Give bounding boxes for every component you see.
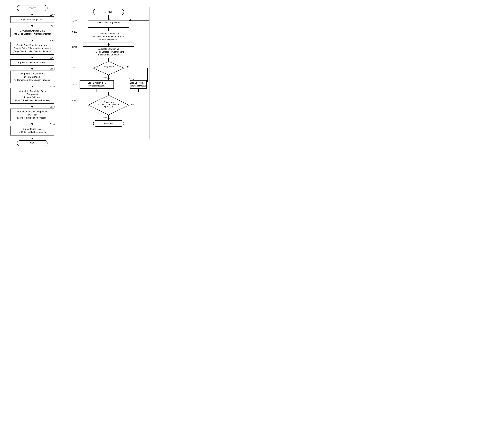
right-flowchart-svg: START S200 Select One Target Pixel S202 … [70, 5, 151, 144]
right-flowchart: START S200 Select One Target Pixel S202 … [70, 5, 151, 144]
left-start: START [17, 5, 48, 11]
step-s104-box: Create Edge Direction Map fromData of Co… [10, 42, 54, 55]
svg-text:Calculate Variation Vv: Calculate Variation Vv [98, 32, 120, 35]
left-flowchart: START S100 Input Raw Image Data S102 Con… [5, 5, 59, 146]
step-s102-box: Convert Raw Image Datainto Color Differe… [10, 28, 54, 37]
svg-text:START: START [105, 10, 112, 13]
svg-text:yes: yes [103, 117, 107, 119]
left-end: END [17, 140, 48, 146]
step-s104-label: S104 [50, 39, 55, 42]
svg-text:has been Completed for: has been Completed for [98, 103, 120, 106]
svg-text:All Pixels?: All Pixels? [104, 106, 113, 108]
step-s102-label: S102 [50, 25, 55, 27]
flowchart-container: START S100 Input Raw Image Data S102 Con… [3, 3, 501, 148]
step-s112-box: Interpolate Missing Componentsin G Pixel… [10, 109, 54, 121]
svg-text:RETURN: RETURN [104, 122, 113, 125]
step-s100-box: Input Raw Image Data [10, 16, 54, 23]
svg-marker-7 [108, 19, 110, 20]
step-s112-label: S112 [50, 106, 55, 108]
svg-text:Edge Direction d =3: Edge Direction d =3 [130, 82, 147, 84]
svg-text:(Vertical Direction): (Vertical Direction) [88, 85, 105, 87]
svg-text:Processing: Processing [103, 101, 113, 103]
step-s114-box: Output Image Dataof R, G, and B Componen… [10, 126, 54, 135]
svg-text:no: no [131, 103, 134, 105]
svg-text:S212: S212 [72, 99, 77, 102]
step-s106-box: Edge Noise Removal Process [10, 59, 54, 66]
svg-text:S210: S210 [129, 78, 134, 80]
step-s110-label: S110 [50, 85, 55, 88]
svg-text:Select One Target Pixel: Select One Target Pixel [97, 21, 120, 24]
step-s108-box: Interpolate G Componentin Non- G Pixels(… [10, 70, 54, 83]
step-s106-label: S106 [50, 57, 55, 59]
svg-marker-25 [108, 60, 110, 61]
svg-text:S208: S208 [72, 83, 77, 86]
svg-text:of Color Difference Component: of Color Difference Component [93, 35, 124, 38]
svg-marker-35 [147, 80, 149, 82]
svg-text:Calculate Variation Vh: Calculate Variation Vh [98, 48, 120, 50]
svg-marker-18 [108, 44, 110, 46]
step-s114-label: S114 [50, 123, 55, 126]
svg-text:S204: S204 [72, 46, 77, 48]
svg-text:yes: yes [103, 77, 107, 79]
svg-marker-49 [108, 94, 110, 95]
svg-marker-27 [93, 61, 124, 75]
svg-text:in Vertical Direction: in Vertical Direction [99, 38, 118, 41]
svg-text:in Horizontal Direction: in Horizontal Direction [98, 53, 119, 56]
svg-text:Edge Direction d =1: Edge Direction d =1 [88, 82, 106, 84]
svg-text:S202: S202 [72, 31, 77, 33]
svg-marker-57 [108, 118, 110, 120]
svg-text:Vh ≧ Vv ?: Vh ≧ Vv ? [103, 65, 114, 68]
svg-text:of Color Difference Component: of Color Difference Component [93, 50, 124, 53]
svg-marker-31 [108, 78, 110, 80]
step-s108-label: S108 [50, 68, 55, 70]
svg-text:S200: S200 [72, 20, 77, 22]
step-s110-box: Interpolate Remaining Color Componentin … [10, 88, 54, 104]
svg-text:no: no [127, 66, 130, 68]
svg-text:S206: S206 [72, 66, 77, 69]
svg-text:(Horizontal Direction): (Horizontal Direction) [129, 85, 148, 87]
step-s100-label: S100 [50, 14, 55, 16]
svg-marker-11 [108, 29, 110, 31]
